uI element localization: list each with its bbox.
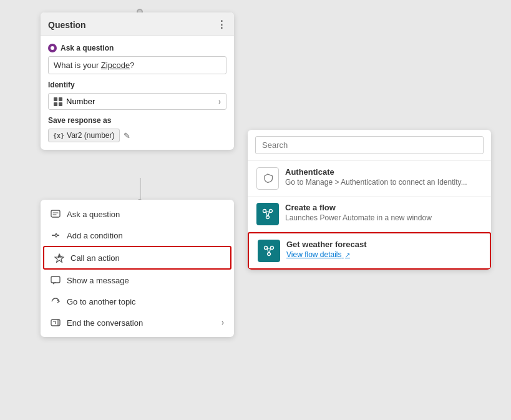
authenticate-icon	[256, 167, 279, 190]
get-weather-icon	[258, 240, 280, 262]
svg-point-8	[265, 247, 268, 250]
question-card: Question ⋮ Ask a question What is your Z…	[41, 12, 234, 150]
edit-icon[interactable]: ✎	[124, 131, 130, 140]
chevron-right-icon: ›	[218, 97, 221, 106]
view-flow-details-link[interactable]: View flow details ↗	[286, 250, 481, 259]
card-body: Ask a question What is your Zipcode? Ide…	[41, 36, 234, 150]
create-flow-desc: Launches Power Automate in a new window	[285, 213, 482, 222]
ask-question-icon	[51, 209, 61, 219]
action-show-message[interactable]: Show a message	[41, 270, 234, 291]
svg-rect-2	[51, 276, 60, 283]
search-area	[248, 130, 491, 161]
call-action-icon	[54, 253, 64, 263]
svg-point-10	[268, 253, 271, 256]
card-more-button[interactable]: ⋮	[217, 19, 226, 31]
number-grid-icon	[54, 97, 62, 106]
canvas: Question ⋮ Ask a question What is your Z…	[0, 0, 511, 420]
go-topic-icon	[51, 296, 61, 306]
show-message-label: Show a message	[67, 276, 129, 285]
ask-question-label: Ask a question	[67, 210, 120, 219]
svg-point-9	[271, 247, 274, 250]
svg-point-7	[266, 216, 270, 219]
external-link-icon: ↗	[345, 252, 350, 258]
card-header: Question ⋮	[41, 12, 234, 36]
var-badge: {x} Var2 (number)	[48, 129, 120, 142]
create-flow-title: Create a flow	[285, 203, 482, 212]
svg-point-6	[270, 210, 273, 213]
authenticate-desc: Go to Manage > Authentication to connect…	[285, 178, 482, 187]
ask-label: Ask a question	[48, 44, 226, 52]
save-label: Save response as	[48, 116, 226, 125]
get-weather-item[interactable]: Get weather forecast View flow details ↗	[248, 232, 491, 270]
action-ask-question[interactable]: Ask a question	[41, 203, 234, 225]
get-weather-text: Get weather forecast View flow details ↗	[286, 240, 481, 259]
identify-label: Identify	[48, 81, 226, 89]
end-conversation-chevron-icon: ›	[221, 318, 224, 327]
card-title: Question	[48, 20, 86, 30]
right-panel: Authenticate Go to Manage > Authenticati…	[248, 130, 491, 270]
add-condition-icon	[51, 230, 61, 240]
create-flow-item[interactable]: Create a flow Launches Power Automate in…	[248, 197, 491, 232]
go-topic-label: Go to another topic	[67, 297, 136, 306]
action-end-conversation[interactable]: End the conversation ›	[41, 312, 234, 333]
action-menu-card: Ask a question Add a condition Call a	[41, 200, 234, 337]
action-go-to-topic[interactable]: Go to another topic	[41, 291, 234, 312]
authenticate-item[interactable]: Authenticate Go to Manage > Authenticati…	[248, 161, 491, 197]
question-text-display: What is your Zipcode?	[48, 56, 226, 74]
show-message-icon	[51, 275, 61, 285]
action-add-condition[interactable]: Add a condition	[41, 225, 234, 246]
svg-point-5	[263, 210, 266, 213]
ask-icon	[48, 44, 57, 52]
call-action-label: Call an action	[71, 253, 120, 263]
save-row: {x} Var2 (number) ✎	[48, 129, 226, 142]
authenticate-title: Authenticate	[285, 167, 482, 177]
add-condition-label: Add a condition	[67, 231, 123, 240]
identify-left: Number	[54, 97, 95, 106]
identify-value: Number	[66, 97, 95, 106]
create-flow-text: Create a flow Launches Power Automate in…	[285, 203, 482, 222]
authenticate-text: Authenticate Go to Manage > Authenticati…	[285, 167, 482, 187]
zipcode-text: Zipcode	[101, 61, 130, 70]
get-weather-title: Get weather forecast	[286, 240, 481, 249]
end-conversation-label: End the conversation	[67, 318, 143, 328]
create-flow-icon	[256, 203, 279, 225]
end-conversation-icon	[51, 318, 61, 328]
search-input[interactable]	[255, 136, 484, 154]
var-icon: {x}	[53, 132, 64, 139]
var-name: Var2 (number)	[67, 131, 114, 140]
identify-row[interactable]: Number ›	[48, 93, 226, 110]
action-call-action[interactable]: Call an action	[43, 246, 231, 270]
svg-rect-0	[51, 210, 60, 217]
